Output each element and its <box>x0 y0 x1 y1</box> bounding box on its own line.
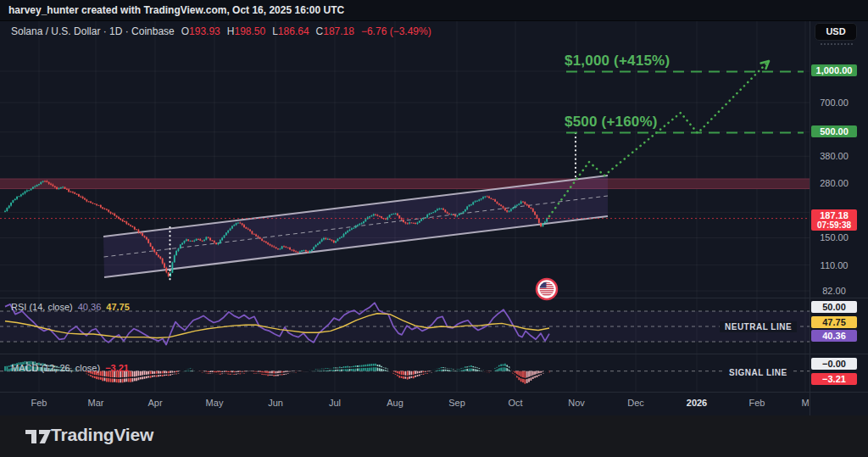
time-axis-label-2026: 2026 <box>687 398 707 408</box>
time-axis-label-apr: Apr <box>147 398 162 408</box>
symbol-legend[interactable]: Solana / U.S. Dollar · 1D · Coinbase O19… <box>11 25 431 37</box>
macd-indicator-legend[interactable]: MACD (12, 26, close) −3.21 <box>11 363 129 373</box>
time-axis-label-jun: Jun <box>268 398 283 408</box>
price-scale-label: 700.00 <box>811 98 857 108</box>
price-badge-5000: 50.00 <box>811 301 857 313</box>
time-axis-label-m: M <box>801 398 809 408</box>
price-target-1000-label[interactable]: $1,000 (+415%) <box>565 53 670 70</box>
macd-value: −3.21 <box>105 363 129 373</box>
neutral-line-label[interactable]: NEUTRAL LINE <box>720 321 797 332</box>
rsi-indicator-legend[interactable]: RSI (14, close) 40.36 47.75 <box>11 302 130 312</box>
price-badge-321: −3.21 <box>811 373 857 385</box>
price-scale-label: 280.00 <box>811 178 857 188</box>
price-scale-label: 380.00 <box>811 151 857 161</box>
macd-title: MACD (12, 26, close) <box>11 363 100 373</box>
footer-bar: TradingView <box>0 415 868 457</box>
rsi-value: 40.36 <box>78 302 102 312</box>
time-axis-label-dec: Dec <box>627 398 644 408</box>
price-badge-18718: 187.1807:59:38 <box>811 209 857 231</box>
ohlc-close: C187.18 <box>316 25 354 37</box>
attribution-bar: harvey_hunter created with TradingView.c… <box>0 0 868 21</box>
tradingview-brand-text[interactable]: TradingView <box>51 425 153 445</box>
symbol-title: Solana / U.S. Dollar · 1D · Coinbase <box>11 25 175 37</box>
rsi-ma-value: 47.75 <box>106 302 130 312</box>
price-scale-label: 150.00 <box>811 232 857 242</box>
time-axis-label-may: May <box>206 398 224 408</box>
attribution-text: harvey_hunter created with TradingView.c… <box>8 4 344 16</box>
change-value: −6.76 (−3.49%) <box>361 25 431 37</box>
price-badge-50000: 500.00 <box>811 125 857 137</box>
ohlc-open: O193.93 <box>181 25 220 37</box>
time-axis-label-feb: Feb <box>31 398 47 408</box>
ohlc-low: L186.64 <box>272 25 309 37</box>
signal-line-label[interactable]: SIGNAL LINE <box>724 367 793 378</box>
time-axis-label-feb: Feb <box>749 398 765 408</box>
price-scale-label: 110.00 <box>811 260 857 270</box>
price-badge-000: −0.00 <box>811 358 857 370</box>
price-badge-4036: 40.36 <box>811 330 857 342</box>
time-axis-label-oct: Oct <box>508 398 522 408</box>
chart-canvas[interactable] <box>0 0 868 457</box>
time-axis-label-aug: Aug <box>387 398 403 408</box>
time-axis-label-sep: Sep <box>448 398 465 408</box>
time-axis-label-nov: Nov <box>568 398 585 408</box>
price-target-500-label[interactable]: $500 (+160%) <box>565 114 658 131</box>
currency-toggle-button[interactable]: USD <box>815 23 857 41</box>
price-badge-100000: 1,000.00 <box>811 64 857 76</box>
collapsed-toolbar-dots <box>821 43 853 45</box>
ohlc-high: H198.50 <box>227 25 265 37</box>
tradingview-logo-icon[interactable] <box>24 426 53 447</box>
price-scale-label: 82.00 <box>811 286 857 296</box>
rsi-title: RSI (14, close) <box>11 302 73 312</box>
price-badge-4775: 47.75 <box>811 316 857 328</box>
tradingview-chart-window: harvey_hunter created with TradingView.c… <box>0 0 868 457</box>
time-axis-label-mar: Mar <box>88 398 104 408</box>
time-axis-label-jul: Jul <box>329 398 341 408</box>
